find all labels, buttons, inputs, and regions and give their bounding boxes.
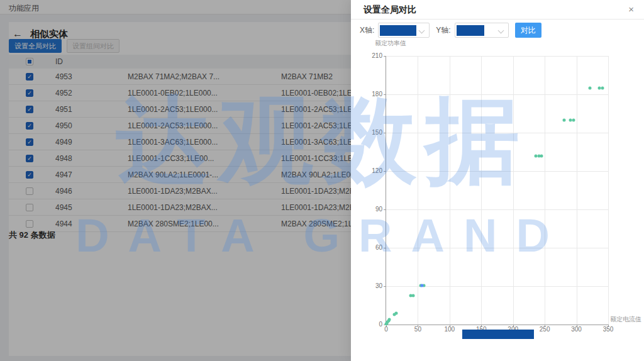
x-axis-select-label: X轴: — [360, 25, 374, 36]
grid-line-horizontal — [386, 133, 608, 133]
y-tick-mark — [384, 133, 386, 133]
selection-highlight-bar — [462, 330, 534, 339]
global-compare-drawer: 设置全局对比 × X轴: Y轴: 对比 额定功率值 05010015020025… — [351, 0, 644, 361]
scatter-point — [572, 118, 575, 121]
y-tick-mark — [384, 209, 386, 210]
y-tick-label: 120 — [360, 167, 382, 174]
x-tick-label: 350 — [599, 326, 618, 333]
y-tick-mark — [384, 286, 386, 287]
grid-line-vertical — [577, 56, 577, 325]
grid-line-horizontal — [386, 171, 608, 172]
scatter-point — [395, 311, 398, 314]
y-tick-label: 60 — [360, 244, 382, 251]
scatter-point — [563, 118, 566, 121]
close-icon[interactable]: × — [626, 3, 636, 16]
y-tick-label: 210 — [360, 52, 382, 59]
x-tick-label: 50 — [408, 326, 427, 333]
scatter-point — [388, 318, 391, 321]
grid-line-horizontal — [386, 56, 608, 57]
grid-line-vertical — [513, 56, 514, 325]
chevron-down-icon — [419, 28, 425, 34]
y-tick-mark — [384, 171, 386, 172]
grid-line-vertical — [545, 56, 545, 325]
scatter-point — [588, 86, 591, 89]
y-axis-title: 额定功率值 — [375, 39, 406, 48]
x-tick-label: 100 — [440, 326, 459, 333]
x-axis-title: 额定电流值 — [610, 315, 641, 324]
grid-line-vertical — [418, 56, 418, 325]
y-axis-select[interactable] — [455, 23, 509, 38]
x-tick-label: 0 — [377, 326, 396, 333]
grid-line-horizontal — [386, 248, 608, 248]
y-axis-select-label: Y轴: — [436, 25, 450, 36]
scatter-point — [601, 86, 604, 89]
drawer-title: 设置全局对比 — [364, 4, 416, 16]
y-tick-mark — [384, 94, 386, 95]
grid-line-vertical — [481, 56, 482, 325]
grid-line-horizontal — [386, 209, 608, 210]
compare-button[interactable]: 对比 — [515, 23, 541, 38]
scatter-point — [412, 294, 415, 297]
y-tick-mark — [384, 248, 386, 248]
screen: 功能应用 ← 相似实体 设置全局对比 设置组间对比 ID ✓4953M2BAX … — [0, 0, 644, 361]
grid-line-vertical — [450, 56, 450, 325]
scatter-point — [540, 154, 543, 157]
chevron-down-icon — [497, 28, 504, 34]
grid-line-vertical — [608, 56, 609, 325]
x-tick-label: 250 — [535, 326, 554, 333]
plot-area: 0501001502002503003500306090120150180210 — [386, 56, 608, 325]
x-axis-select[interactable] — [378, 23, 430, 38]
y-tick-label: 150 — [360, 129, 382, 136]
y-tick-label: 30 — [360, 282, 382, 289]
axis-controls: X轴: Y轴: 对比 — [360, 23, 541, 38]
drawer-header: 设置全局对比 × — [351, 0, 644, 19]
y-tick-label: 180 — [360, 91, 382, 97]
scatter-point — [421, 284, 424, 287]
grid-line-horizontal — [386, 94, 608, 95]
selected-text-highlight — [457, 25, 484, 36]
y-tick-mark — [384, 56, 386, 57]
x-tick-label: 300 — [567, 326, 586, 333]
y-tick-label: 90 — [360, 206, 382, 213]
selected-text-highlight — [380, 25, 416, 36]
